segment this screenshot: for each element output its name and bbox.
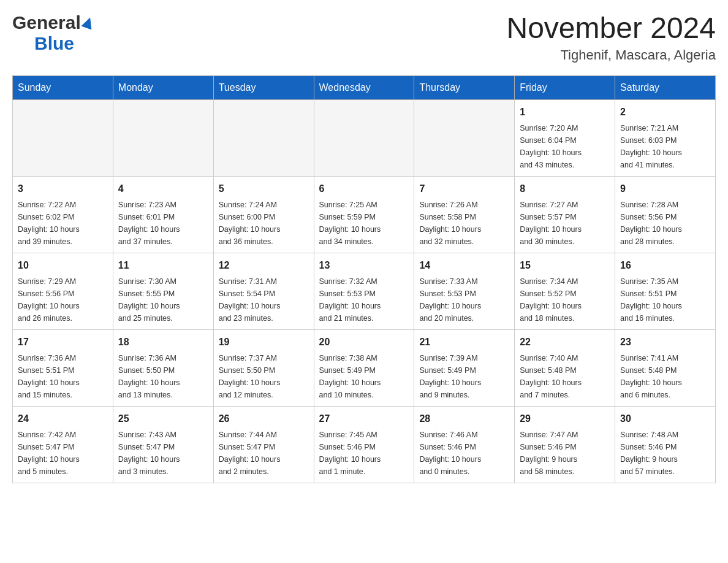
day-number: 22 [520, 335, 610, 350]
logo-triangle-icon [81, 15, 95, 29]
day-number: 30 [620, 412, 710, 426]
day-info: Sunrise: 7:42 AMSunset: 5:47 PMDaylight:… [18, 429, 108, 478]
day-info: Sunrise: 7:29 AMSunset: 5:56 PMDaylight:… [18, 275, 108, 324]
day-info: Sunrise: 7:41 AMSunset: 5:48 PMDaylight:… [620, 352, 710, 401]
page-header: General Blue November 2024 Tighenif, Mas… [12, 12, 716, 63]
calendar-cell: 2Sunrise: 7:21 AMSunset: 6:03 PMDaylight… [615, 99, 716, 176]
day-number: 6 [319, 182, 409, 196]
calendar-cell: 19Sunrise: 7:37 AMSunset: 5:50 PMDayligh… [213, 329, 314, 406]
day-number: 10 [18, 258, 108, 273]
calendar-cell: 9Sunrise: 7:28 AMSunset: 5:56 PMDaylight… [615, 176, 716, 253]
header-monday: Monday [113, 75, 213, 99]
day-number: 1 [520, 105, 610, 120]
calendar-cell: 22Sunrise: 7:40 AMSunset: 5:48 PMDayligh… [515, 329, 615, 406]
day-info: Sunrise: 7:38 AMSunset: 5:49 PMDaylight:… [319, 352, 409, 401]
header-friday: Friday [515, 75, 615, 99]
logo-general-text: General [12, 12, 81, 33]
day-number: 25 [118, 412, 208, 426]
day-number: 8 [520, 182, 610, 196]
calendar-cell: 23Sunrise: 7:41 AMSunset: 5:48 PMDayligh… [615, 329, 716, 406]
day-info: Sunrise: 7:48 AMSunset: 5:46 PMDaylight:… [620, 429, 710, 478]
calendar-cell: 3Sunrise: 7:22 AMSunset: 6:02 PMDaylight… [13, 176, 113, 253]
calendar-week-row: 3Sunrise: 7:22 AMSunset: 6:02 PMDaylight… [13, 176, 716, 253]
day-info: Sunrise: 7:36 AMSunset: 5:50 PMDaylight:… [118, 352, 208, 401]
calendar-cell: 11Sunrise: 7:30 AMSunset: 5:55 PMDayligh… [113, 253, 213, 329]
day-number: 15 [520, 258, 610, 273]
calendar-cell: 15Sunrise: 7:34 AMSunset: 5:52 PMDayligh… [515, 253, 615, 329]
day-info: Sunrise: 7:35 AMSunset: 5:51 PMDaylight:… [620, 275, 710, 324]
calendar-cell: 29Sunrise: 7:47 AMSunset: 5:46 PMDayligh… [515, 406, 615, 483]
calendar-cell [414, 99, 515, 176]
calendar-cell: 6Sunrise: 7:25 AMSunset: 5:59 PMDaylight… [314, 176, 414, 253]
day-number: 17 [18, 335, 108, 350]
day-info: Sunrise: 7:33 AMSunset: 5:53 PMDaylight:… [419, 275, 509, 324]
day-info: Sunrise: 7:28 AMSunset: 5:56 PMDaylight:… [620, 199, 710, 248]
day-number: 28 [419, 412, 509, 426]
day-info: Sunrise: 7:32 AMSunset: 5:53 PMDaylight:… [319, 275, 409, 324]
calendar-week-row: 10Sunrise: 7:29 AMSunset: 5:56 PMDayligh… [13, 253, 716, 329]
day-info: Sunrise: 7:20 AMSunset: 6:04 PMDaylight:… [520, 122, 610, 171]
calendar-cell: 4Sunrise: 7:23 AMSunset: 6:01 PMDaylight… [113, 176, 213, 253]
calendar-cell: 24Sunrise: 7:42 AMSunset: 5:47 PMDayligh… [13, 406, 113, 483]
calendar-week-row: 17Sunrise: 7:36 AMSunset: 5:51 PMDayligh… [13, 329, 716, 406]
calendar-cell: 17Sunrise: 7:36 AMSunset: 5:51 PMDayligh… [13, 329, 113, 406]
day-number: 7 [419, 182, 509, 196]
day-info: Sunrise: 7:25 AMSunset: 5:59 PMDaylight:… [319, 199, 409, 248]
calendar-cell: 8Sunrise: 7:27 AMSunset: 5:57 PMDaylight… [515, 176, 615, 253]
location-subtitle: Tighenif, Mascara, Algeria [506, 47, 716, 63]
day-info: Sunrise: 7:46 AMSunset: 5:46 PMDaylight:… [419, 429, 509, 478]
calendar-header-row: Sunday Monday Tuesday Wednesday Thursday… [13, 75, 716, 99]
day-info: Sunrise: 7:21 AMSunset: 6:03 PMDaylight:… [620, 122, 710, 171]
day-info: Sunrise: 7:37 AMSunset: 5:50 PMDaylight:… [219, 352, 309, 401]
calendar-cell: 30Sunrise: 7:48 AMSunset: 5:46 PMDayligh… [615, 406, 716, 483]
header-wednesday: Wednesday [314, 75, 414, 99]
calendar-cell: 1Sunrise: 7:20 AMSunset: 6:04 PMDaylight… [515, 99, 615, 176]
day-info: Sunrise: 7:24 AMSunset: 6:00 PMDaylight:… [219, 199, 309, 248]
calendar-week-row: 1Sunrise: 7:20 AMSunset: 6:04 PMDaylight… [13, 99, 716, 176]
calendar-cell: 14Sunrise: 7:33 AMSunset: 5:53 PMDayligh… [414, 253, 515, 329]
calendar-cell: 18Sunrise: 7:36 AMSunset: 5:50 PMDayligh… [113, 329, 213, 406]
calendar-cell [113, 99, 213, 176]
day-number: 16 [620, 258, 710, 273]
calendar-cell: 5Sunrise: 7:24 AMSunset: 6:00 PMDaylight… [213, 176, 314, 253]
day-number: 4 [118, 182, 208, 196]
day-number: 11 [118, 258, 208, 273]
calendar-cell: 16Sunrise: 7:35 AMSunset: 5:51 PMDayligh… [615, 253, 716, 329]
day-info: Sunrise: 7:30 AMSunset: 5:55 PMDaylight:… [118, 275, 208, 324]
header-tuesday: Tuesday [213, 75, 314, 99]
day-info: Sunrise: 7:26 AMSunset: 5:58 PMDaylight:… [419, 199, 509, 248]
calendar-cell: 28Sunrise: 7:46 AMSunset: 5:46 PMDayligh… [414, 406, 515, 483]
day-number: 2 [620, 105, 710, 120]
header-sunday: Sunday [13, 75, 113, 99]
day-info: Sunrise: 7:27 AMSunset: 5:57 PMDaylight:… [520, 199, 610, 248]
day-info: Sunrise: 7:40 AMSunset: 5:48 PMDaylight:… [520, 352, 610, 401]
day-info: Sunrise: 7:45 AMSunset: 5:46 PMDaylight:… [319, 429, 409, 478]
calendar-cell: 20Sunrise: 7:38 AMSunset: 5:49 PMDayligh… [314, 329, 414, 406]
day-number: 29 [520, 412, 610, 426]
day-info: Sunrise: 7:23 AMSunset: 6:01 PMDaylight:… [118, 199, 208, 248]
day-number: 18 [118, 335, 208, 350]
day-info: Sunrise: 7:36 AMSunset: 5:51 PMDaylight:… [18, 352, 108, 401]
logo: General Blue [12, 12, 94, 54]
day-number: 26 [219, 412, 309, 426]
day-number: 23 [620, 335, 710, 350]
header-thursday: Thursday [414, 75, 515, 99]
day-info: Sunrise: 7:47 AMSunset: 5:46 PMDaylight:… [520, 429, 610, 478]
day-info: Sunrise: 7:31 AMSunset: 5:54 PMDaylight:… [219, 275, 309, 324]
calendar-cell: 26Sunrise: 7:44 AMSunset: 5:47 PMDayligh… [213, 406, 314, 483]
calendar-week-row: 24Sunrise: 7:42 AMSunset: 5:47 PMDayligh… [13, 406, 716, 483]
header-saturday: Saturday [615, 75, 716, 99]
calendar-table: Sunday Monday Tuesday Wednesday Thursday… [12, 75, 716, 483]
day-info: Sunrise: 7:43 AMSunset: 5:47 PMDaylight:… [118, 429, 208, 478]
logo-blue-text: Blue [34, 33, 74, 53]
day-info: Sunrise: 7:22 AMSunset: 6:02 PMDaylight:… [18, 199, 108, 248]
month-year-title: November 2024 [506, 12, 716, 45]
calendar-cell: 13Sunrise: 7:32 AMSunset: 5:53 PMDayligh… [314, 253, 414, 329]
day-number: 12 [219, 258, 309, 273]
day-number: 27 [319, 412, 409, 426]
day-number: 5 [219, 182, 309, 196]
calendar-cell: 12Sunrise: 7:31 AMSunset: 5:54 PMDayligh… [213, 253, 314, 329]
calendar-cell [213, 99, 314, 176]
day-number: 21 [419, 335, 509, 350]
calendar-cell: 25Sunrise: 7:43 AMSunset: 5:47 PMDayligh… [113, 406, 213, 483]
